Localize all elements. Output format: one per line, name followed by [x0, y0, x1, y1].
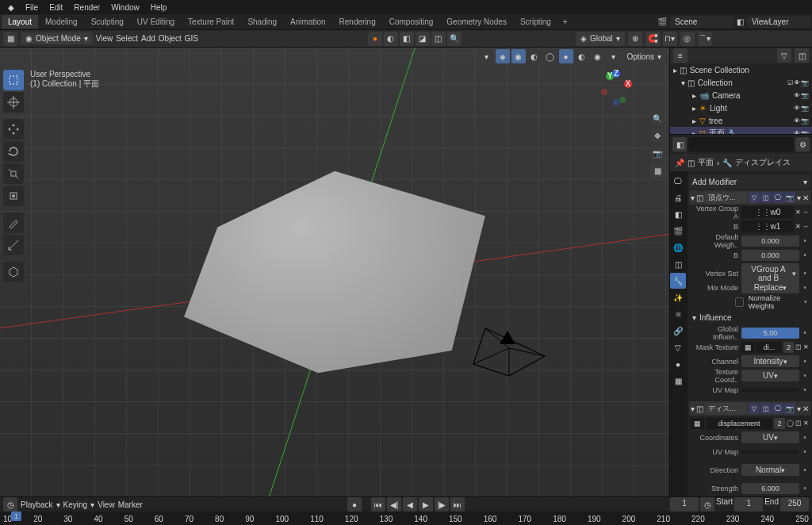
- texture-users[interactable]: 2: [783, 342, 794, 353]
- ptab-material[interactable]: ●: [670, 356, 686, 372]
- mod-show-render-icon[interactable]: 📷: [784, 403, 795, 414]
- 3d-viewport[interactable]: ▾ ◈ ◉ ◐ ◯ ● ◐ ◉ ▾ Options▾ User Perspect…: [0, 48, 669, 496]
- vg-b-value[interactable]: ⋮⋮ w1: [741, 220, 794, 232]
- blender-logo-icon[interactable]: ◆: [3, 2, 19, 13]
- normalize-checkbox[interactable]: [735, 297, 744, 307]
- properties-search-input[interactable]: [688, 137, 794, 151]
- camera-object[interactable]: [469, 324, 549, 380]
- menu-file[interactable]: File: [21, 2, 43, 13]
- texture-browse-icon[interactable]: ▦: [691, 418, 704, 429]
- render-icon[interactable]: 📷: [801, 92, 809, 99]
- mod-show-editmode-icon[interactable]: ◫: [760, 403, 772, 414]
- influence-section-header[interactable]: ▾Influence: [689, 310, 810, 324]
- view-object-types-icon[interactable]: ▾: [480, 49, 494, 63]
- tab-geometrynodes[interactable]: Geometry Nodes: [440, 15, 513, 29]
- unlink-icon[interactable]: ✕: [803, 420, 809, 427]
- eye-icon[interactable]: 👁: [794, 92, 800, 99]
- ptab-output[interactable]: 🖨: [670, 190, 686, 205]
- timeline-marker-menu[interactable]: Marker: [118, 500, 143, 509]
- channel-dropdown[interactable]: Intensity ▾: [741, 355, 799, 367]
- ptab-viewlayer[interactable]: ◧: [670, 206, 686, 222]
- gizmo-magnify-icon[interactable]: 🔍: [447, 32, 462, 46]
- eye-icon[interactable]: 👁: [794, 105, 800, 112]
- gizmo-extra-icon[interactable]: ◫: [431, 32, 446, 46]
- mod-extras-icon[interactable]: ▾: [797, 194, 801, 202]
- mix-mode-dropdown[interactable]: Replace ▾: [741, 282, 799, 293]
- snap-type-dropdown[interactable]: ⊓▾: [663, 32, 677, 46]
- outliner-filter-icon[interactable]: ▽: [777, 48, 791, 63]
- viewport-options[interactable]: Options▾: [622, 49, 666, 63]
- render-icon[interactable]: 📷: [801, 105, 809, 112]
- texcoord-dropdown[interactable]: UV ▾: [741, 370, 799, 381]
- ptab-physics[interactable]: ⚛: [670, 306, 686, 322]
- pin-icon[interactable]: 📌: [675, 159, 684, 167]
- default-weight-b-input[interactable]: 0.000: [741, 250, 799, 261]
- ptab-modifier[interactable]: 🔧: [670, 273, 686, 289]
- menu-render[interactable]: Render: [69, 2, 105, 13]
- anim-dot[interactable]: •: [801, 236, 809, 245]
- header-menu-object[interactable]: Object: [159, 34, 182, 43]
- current-frame-input[interactable]: 1: [670, 497, 699, 512]
- ptab-world[interactable]: 🌐: [670, 240, 686, 255]
- orientation-selector[interactable]: ◈ Global ▾: [576, 32, 625, 46]
- outliner-item-plane[interactable]: ▸▽ 平面 🔧 👁📷: [670, 127, 812, 135]
- tool-select-box[interactable]: [3, 70, 24, 90]
- outliner-item-light[interactable]: ▸☀ Light 👁📷: [670, 102, 812, 114]
- header-menu-add[interactable]: Add: [141, 34, 155, 43]
- gizmo-scale-icon[interactable]: ◧: [400, 32, 414, 46]
- proportional-toggle[interactable]: ◎: [680, 32, 695, 46]
- timeline-view-menu[interactable]: View: [98, 500, 115, 509]
- xray-toggle[interactable]: ◐: [527, 49, 542, 63]
- tab-uvediting[interactable]: UV Editing: [131, 15, 181, 29]
- modifier-vertexweight-header[interactable]: ▾ ◫ 頂点ウ... ▽ ◫ 🖵 📷 ▾ ✕: [689, 190, 810, 205]
- outliner-item-camera[interactable]: ▸📹 Camera 👁📷: [670, 89, 812, 102]
- outliner-scene-collection[interactable]: ▸ ◫ Scene Collection: [670, 63, 812, 76]
- navigation-gizmo[interactable]: X Y Z: [598, 70, 634, 106]
- autokey-toggle[interactable]: ●: [347, 497, 362, 512]
- tool-transform[interactable]: [3, 186, 24, 206]
- tool-annotate[interactable]: [3, 213, 24, 233]
- start-frame-input[interactable]: 1: [734, 497, 763, 512]
- jump-prev-keyframe-icon[interactable]: ◀|: [387, 497, 401, 512]
- pivot-icon[interactable]: ⊕: [628, 32, 642, 46]
- jump-next-keyframe-icon[interactable]: |▶: [435, 497, 449, 512]
- tab-modeling[interactable]: Modeling: [39, 15, 84, 29]
- timeline-playback-menu[interactable]: Playback: [21, 500, 53, 509]
- render-icon[interactable]: 📷: [801, 79, 809, 86]
- move-viewport-icon[interactable]: ✥: [650, 128, 665, 143]
- tab-texturepaint[interactable]: Texture Paint: [182, 15, 240, 29]
- shading-material[interactable]: ◐: [575, 49, 589, 63]
- scene-selector[interactable]: Scene: [670, 16, 733, 28]
- gizmo-translate-icon[interactable]: ●: [368, 32, 382, 46]
- mod-show-viewport-icon[interactable]: 🖵: [772, 192, 783, 203]
- tab-layout[interactable]: Layout: [2, 15, 38, 29]
- mod-show-onCage-icon[interactable]: ▽: [749, 403, 760, 414]
- mod-show-viewport-icon[interactable]: 🖵: [772, 403, 783, 414]
- gizmo-rotate-icon[interactable]: ◐: [384, 32, 398, 46]
- strength-input[interactable]: 6.000: [741, 483, 799, 494]
- editor-type-icon[interactable]: ▦: [3, 32, 17, 46]
- direction-dropdown[interactable]: Normal ▾: [741, 464, 799, 476]
- ptab-data[interactable]: ▽: [670, 339, 686, 355]
- mask-texture-name[interactable]: di...: [756, 342, 782, 353]
- coordinates-dropdown[interactable]: UV ▾: [741, 431, 799, 443]
- collapse-icon[interactable]: ▾: [691, 194, 695, 202]
- texture-users[interactable]: 2: [774, 418, 785, 429]
- ptab-texture[interactable]: ▦: [670, 373, 686, 389]
- timeline-ruler[interactable]: 1 10203040506070809010011012013014015016…: [0, 512, 812, 525]
- mod-extras-icon[interactable]: ▾: [797, 404, 801, 413]
- properties-options-icon[interactable]: ⚙: [795, 137, 810, 151]
- add-modifier-dropdown[interactable]: Add Modifier▾: [689, 174, 810, 189]
- header-menu-gis[interactable]: GIS: [185, 34, 198, 43]
- clear-icon[interactable]: ✕: [795, 223, 801, 230]
- header-menu-view[interactable]: View: [96, 34, 113, 43]
- show-gizmo-toggle[interactable]: ◈: [496, 49, 510, 63]
- tab-animation[interactable]: Animation: [284, 15, 331, 29]
- tool-scale[interactable]: [3, 163, 24, 184]
- snap-toggle[interactable]: 🧲: [645, 32, 660, 46]
- fake-user-icon[interactable]: ◯: [787, 420, 794, 427]
- invert-icon[interactable]: ↔: [802, 223, 809, 230]
- tab-sculpting[interactable]: Sculpting: [85, 15, 130, 29]
- toggle-perspective-icon[interactable]: ▦: [650, 163, 665, 178]
- shading-rendered[interactable]: ◉: [591, 49, 605, 63]
